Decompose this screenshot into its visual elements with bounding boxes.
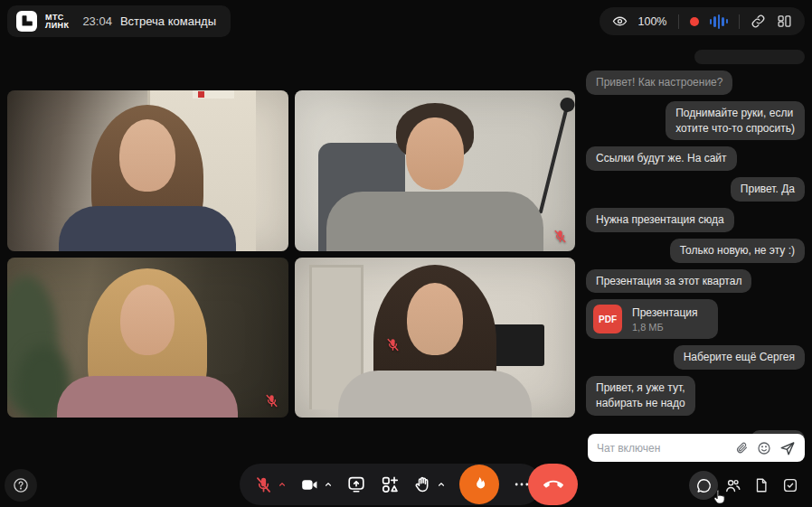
muted-mic-icon	[385, 337, 401, 352]
view-percent: 100%	[638, 15, 667, 28]
question-mark-icon	[12, 476, 30, 494]
leave-call-button[interactable]	[528, 464, 578, 505]
chat-message: Ссылки будут же. На сайт	[586, 146, 737, 171]
reactions-fire-button[interactable]	[459, 465, 499, 504]
chat-message: Только новую, не эту :)	[670, 239, 805, 263]
mic-options-chevron-icon[interactable]	[278, 480, 287, 489]
file-name: Презентация	[632, 306, 698, 319]
video-tile-2[interactable]	[295, 90, 576, 251]
video-grid	[7, 90, 575, 418]
tasks-panel-button[interactable]	[776, 471, 805, 500]
files-panel-button[interactable]	[747, 471, 776, 500]
copy-link-icon[interactable]	[751, 14, 766, 29]
file-size: 1,8 МБ	[632, 322, 698, 333]
muted-mic-icon	[264, 393, 279, 408]
chat-message: Поднимайте руки, если хотите что-то спро…	[666, 101, 805, 141]
apps-button[interactable]	[380, 474, 400, 494]
status-pill: 100%	[600, 7, 805, 35]
chat-message: Привет. Да	[731, 177, 805, 202]
microphone-muted-button[interactable]	[254, 475, 273, 494]
video-tile-4[interactable]	[295, 258, 576, 418]
chat-input[interactable]	[597, 442, 727, 455]
eye-icon	[612, 14, 628, 29]
chat-message: Привет! Как настроение?	[586, 70, 732, 95]
meeting-time: 23:04	[82, 14, 112, 28]
participant-4	[295, 258, 576, 418]
send-message-icon[interactable]	[779, 440, 796, 456]
camera-button[interactable]	[300, 475, 319, 494]
flame-icon	[470, 475, 488, 493]
chat-file-attachment[interactable]: PDF Презентация 1,8 МБ	[586, 299, 718, 339]
muted-mic-icon	[552, 229, 568, 244]
meeting-title: Встреча команды	[120, 14, 216, 28]
divider	[678, 14, 679, 29]
screen-share-button[interactable]	[346, 474, 366, 494]
raise-hand-button[interactable]	[413, 475, 432, 494]
hand-options-chevron-icon[interactable]	[437, 480, 446, 489]
chat-bubble-icon	[695, 477, 713, 494]
chat-message	[694, 50, 805, 64]
attach-file-icon[interactable]	[735, 441, 749, 455]
logo-wordmark: МТС ЛИНК	[45, 14, 69, 30]
layout-view-icon[interactable]	[777, 14, 792, 29]
checklist-icon	[782, 477, 798, 493]
emoji-icon[interactable]	[757, 441, 771, 455]
chat-panel: Привет! Как настроение? Поднимайте руки,…	[586, 50, 805, 455]
divider	[739, 14, 740, 29]
mouse-cursor-pointer	[711, 488, 729, 506]
camera-options-chevron-icon[interactable]	[324, 480, 333, 489]
hangup-phone-icon	[543, 474, 564, 495]
record-indicator-icon[interactable]	[690, 17, 699, 26]
mts-link-logo-icon	[16, 11, 37, 32]
chat-message: Презентация за этот квартал	[586, 269, 751, 294]
chat-message: Привет, я уже тут, набирать не надо	[586, 376, 695, 416]
help-button[interactable]	[5, 469, 37, 502]
audio-waveform-icon[interactable]	[710, 14, 729, 29]
chat-message: Наберите ещё Сергея	[674, 345, 805, 370]
meeting-header: МТС ЛИНК 23:04 Встреча команды	[7, 5, 231, 37]
participant-3	[7, 258, 288, 418]
document-icon	[753, 477, 770, 493]
side-panel-dock	[689, 471, 805, 500]
video-tile-3[interactable]	[7, 258, 288, 418]
chat-message: Нужна презентация сюда	[586, 208, 734, 232]
call-controls-toolbar	[240, 464, 542, 505]
chat-input-bar	[588, 434, 805, 462]
video-tile-1[interactable]	[7, 90, 288, 251]
participant-1	[7, 90, 288, 251]
logo-line-2: ЛИНК	[45, 22, 69, 30]
pdf-file-icon: PDF	[593, 305, 622, 333]
participant-2	[295, 90, 576, 251]
